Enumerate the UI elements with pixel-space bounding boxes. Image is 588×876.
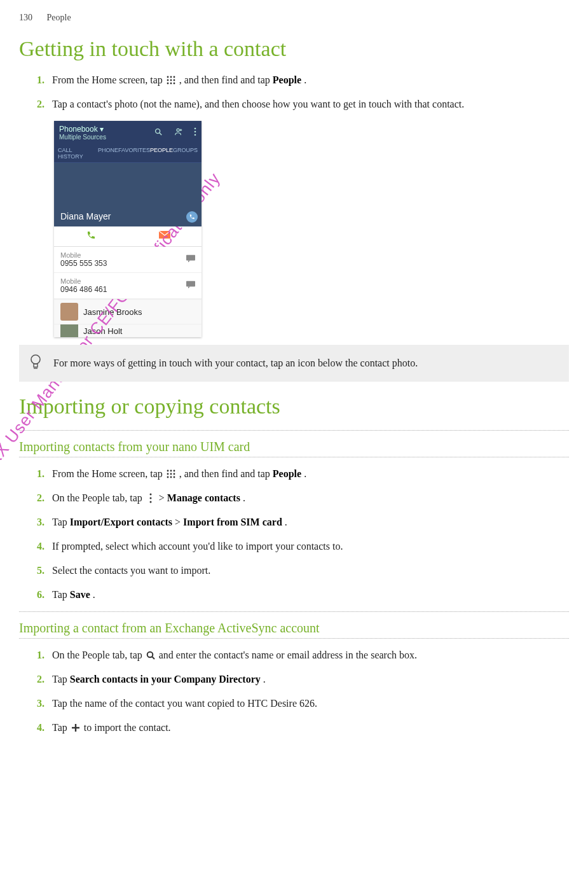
screenshot-actions — [145, 127, 196, 138]
section1-steps: 1. From the Home screen, tap , and then … — [19, 73, 569, 112]
svg-point-28 — [173, 473, 175, 475]
contact-hero-name: Diana Mayer — [60, 211, 111, 221]
step-text: From the Home screen, tap — [52, 74, 165, 85]
svg-point-9 — [156, 129, 160, 134]
step-number: 2. — [37, 97, 44, 112]
sub-b-steps: 1. On the People tab, tap and enter the … — [19, 648, 569, 735]
step-item: 1. On the People tab, tap and enter the … — [37, 648, 569, 663]
bold-term: People — [273, 468, 301, 479]
svg-point-23 — [167, 470, 168, 472]
bold-term: Search contacts in your Company Director… — [70, 674, 261, 685]
step-text: Tap the name of the contact you want cop… — [52, 698, 317, 709]
step-text: to import the contact. — [84, 722, 171, 733]
bold-term: People — [273, 74, 301, 85]
step-text: On the People tab, tap — [52, 650, 145, 660]
search-icon — [154, 129, 165, 138]
svg-point-4 — [170, 80, 172, 81]
step-number: 5. — [37, 563, 44, 578]
section-title-importing: Importing or copying contacts — [19, 394, 569, 419]
sub-a-steps: 1. From the Home screen, tap , and then … — [19, 466, 569, 602]
number-value: 0955 555 353 — [60, 259, 195, 268]
number-value: 0946 486 461 — [60, 285, 195, 294]
plus-icon — [70, 722, 81, 733]
step-item: 2. Tap Search contacts in your Company D… — [37, 672, 569, 687]
step-text: . — [304, 468, 306, 479]
step-text: . — [93, 589, 95, 600]
page-header: 130 People — [19, 13, 569, 23]
step-text: and enter the contact's name or email ad… — [159, 650, 417, 660]
tab-phone: PHONE — [98, 147, 118, 160]
step-number: 2. — [37, 490, 44, 506]
svg-point-7 — [170, 83, 172, 85]
svg-line-36 — [152, 657, 154, 660]
call-icon — [54, 226, 128, 246]
step-text: Tap — [52, 589, 70, 600]
tip-box: For more ways of getting in touch with y… — [19, 345, 569, 382]
subhead-exchange: Importing a contact from an Exchange Act… — [19, 621, 569, 636]
step-number: 1. — [37, 466, 44, 482]
message-icon — [186, 281, 195, 291]
svg-point-20 — [31, 355, 40, 364]
step-text: > — [159, 492, 167, 503]
section-title-getting-in-touch: Getting in touch with a contact — [19, 37, 569, 61]
step-number: 3. — [37, 696, 44, 711]
step-number: 6. — [37, 587, 44, 602]
avatar — [60, 303, 78, 321]
svg-point-24 — [170, 470, 172, 472]
step-item: 2. On the People tab, tap > Manage conta… — [37, 490, 569, 506]
svg-point-2 — [173, 76, 175, 78]
svg-rect-19 — [186, 281, 195, 287]
svg-point-34 — [149, 501, 151, 503]
mail-icon — [128, 226, 202, 246]
screenshot-appbar: Phonebook ▾ Multiple Sources — [54, 121, 202, 143]
subhead-nano-uim: Importing contacts from your nano UIM ca… — [19, 440, 569, 454]
svg-point-31 — [173, 476, 175, 478]
step-item: 1. From the Home screen, tap , and then … — [37, 466, 569, 482]
add-person-icon — [174, 129, 185, 138]
step-text: Tap — [52, 517, 70, 527]
step-text: Tap — [52, 674, 70, 685]
list-item: Jasmine Brooks — [54, 299, 202, 324]
bold-term: Manage contacts — [167, 492, 240, 503]
svg-point-30 — [170, 476, 172, 478]
tab-call-history: CALL HISTORY — [58, 147, 98, 160]
phone-screenshot: Phonebook ▾ Multiple Sources CALL H — [54, 121, 202, 337]
screenshot-tabs: CALL HISTORY PHONE FAVORITES PEOPLE GROU… — [54, 143, 202, 163]
step-text: , and then find and tap — [179, 468, 273, 479]
step-item: 4. Tap to import the contact. — [37, 720, 569, 735]
step-number: 4. — [37, 720, 44, 735]
contact-action-row — [54, 226, 202, 247]
message-icon — [186, 255, 195, 265]
divider — [19, 611, 569, 612]
step-number: 1. — [37, 73, 44, 88]
svg-point-27 — [170, 473, 172, 475]
step-item: 3. Tap Import/Export contacts > Import f… — [37, 515, 569, 530]
svg-point-5 — [173, 80, 175, 81]
svg-point-33 — [149, 497, 151, 499]
svg-line-10 — [160, 133, 162, 136]
step-number: 2. — [37, 672, 44, 687]
bold-term: Import/Export contacts — [70, 517, 172, 527]
step-text: Tap — [52, 722, 70, 733]
step-item: 3. Tap the name of the contact you want … — [37, 696, 569, 711]
svg-point-25 — [173, 470, 175, 472]
apps-grid-icon — [165, 74, 177, 86]
divider — [19, 430, 569, 431]
svg-point-16 — [195, 134, 196, 136]
search-icon — [145, 650, 156, 661]
step-text: Tap a contact's photo (not the name), an… — [52, 99, 464, 109]
step-number: 4. — [37, 539, 44, 554]
step-text: . — [285, 517, 287, 527]
step-text: On the People tab, tap — [52, 492, 145, 503]
lightbulb-icon — [29, 354, 43, 372]
tab-people: PEOPLE — [150, 147, 173, 160]
overflow-icon — [145, 492, 156, 504]
step-item: 1. From the Home screen, tap , and then … — [37, 73, 569, 88]
screenshot-title: Phonebook ▾ — [59, 125, 106, 134]
phone-icon — [186, 211, 198, 223]
step-item: 2. Tap a contact's photo (not the name),… — [37, 97, 569, 112]
step-text: , and then find and tap — [179, 74, 273, 85]
svg-point-0 — [167, 76, 168, 78]
divider — [19, 638, 569, 639]
step-text: . — [243, 492, 245, 503]
